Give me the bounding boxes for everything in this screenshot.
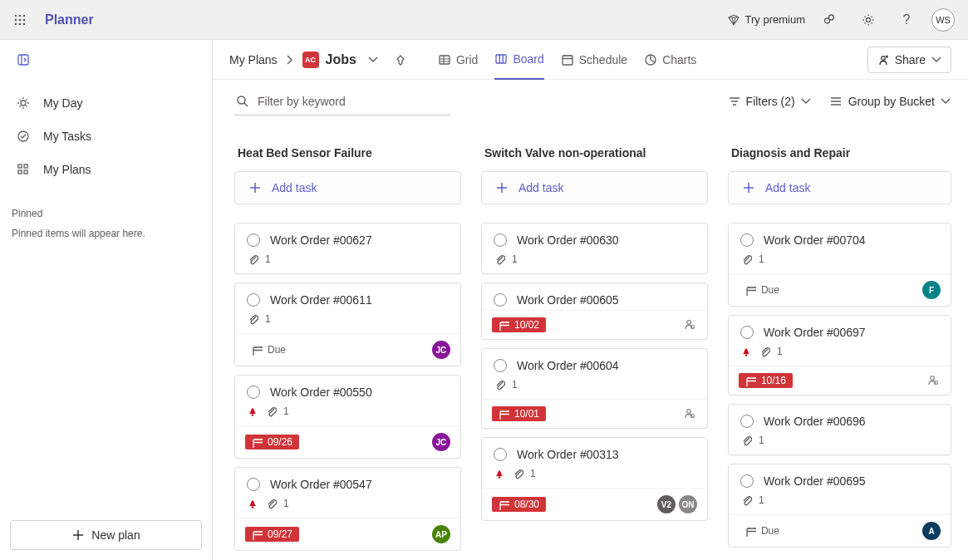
- pinned-section-header: Pinned: [10, 208, 202, 219]
- gear-icon: [862, 13, 875, 27]
- task-meta: 1: [235, 402, 460, 425]
- bucket-title[interactable]: Heat Bed Sensor Failure: [234, 146, 461, 160]
- status-circle[interactable]: [740, 415, 754, 428]
- attachment-count: 1: [777, 346, 783, 357]
- status-circle[interactable]: [494, 293, 507, 307]
- sidebar: My Day My Tasks My Plans Pinned Pinned i…: [0, 40, 213, 560]
- people-icon[interactable]: [682, 317, 697, 332]
- task-title: Work Order #00696: [764, 415, 866, 428]
- user-avatar[interactable]: WS: [931, 8, 955, 32]
- task-card[interactable]: Work Order #00547109/27AP: [234, 467, 461, 551]
- plan-menu-button[interactable]: [363, 50, 383, 70]
- filter-input[interactable]: [234, 88, 450, 115]
- view-switcher: Grid Board Schedule Charts: [438, 40, 696, 80]
- due-text: 10/02: [514, 319, 539, 331]
- add-task-button[interactable]: Add task: [234, 171, 461, 204]
- filters-button[interactable]: Filters (2): [728, 95, 812, 108]
- task-card[interactable]: Work Order #006271: [234, 223, 461, 274]
- collapse-icon: [17, 53, 30, 66]
- status-circle[interactable]: [247, 478, 260, 491]
- app-title: Planner: [45, 12, 94, 27]
- attachment-count: 1: [265, 253, 271, 265]
- task-footer: 10/02: [482, 310, 707, 339]
- task-meta: 1: [482, 250, 707, 273]
- add-task-button[interactable]: Add task: [481, 171, 708, 204]
- calendar-icon: [745, 376, 756, 386]
- view-grid[interactable]: Grid: [438, 40, 478, 80]
- task-title: Work Order #00604: [517, 359, 619, 372]
- task-footer: DueF: [729, 273, 951, 306]
- assignee-badge[interactable]: F: [922, 281, 941, 299]
- task-card[interactable]: Work Order #00550109/26JC: [234, 375, 461, 459]
- status-circle[interactable]: [740, 326, 754, 339]
- attachment-count: 1: [265, 313, 271, 325]
- main-content: My Plans AC Jobs Grid Board Schedul: [213, 40, 968, 560]
- assignee-badge[interactable]: AP: [432, 525, 450, 543]
- status-circle[interactable]: [740, 474, 754, 488]
- task-card[interactable]: Work Order #007041DueF: [728, 223, 951, 307]
- attachment-count: 1: [512, 253, 518, 265]
- chevron-down-icon: [940, 96, 951, 107]
- task-card[interactable]: Work Order #00313108/30V2ON: [481, 437, 708, 521]
- status-circle[interactable]: [247, 386, 260, 399]
- task-card[interactable]: Work Order #006301: [481, 223, 708, 274]
- bucket-title[interactable]: Switch Valve non-operational: [481, 146, 708, 160]
- help-button[interactable]: ?: [893, 7, 920, 33]
- status-circle[interactable]: [247, 233, 260, 247]
- try-premium-button[interactable]: Try premium: [727, 13, 805, 27]
- task-card[interactable]: Work Order #006951DueA: [728, 464, 951, 548]
- task-footer: 10/01: [482, 399, 707, 428]
- view-schedule[interactable]: Schedule: [561, 40, 627, 80]
- status-circle[interactable]: [247, 293, 260, 307]
- status-circle[interactable]: [494, 233, 507, 247]
- check-icon: [15, 130, 32, 143]
- bucket-title[interactable]: Diagnosis and Repair: [728, 146, 951, 160]
- assignees: [682, 406, 697, 421]
- sidebar-collapse-button[interactable]: [10, 47, 37, 73]
- new-plan-button[interactable]: New plan: [10, 520, 202, 550]
- due-text: Due: [761, 525, 779, 537]
- priority-icon: [247, 405, 258, 417]
- grid-icon: [438, 53, 451, 66]
- assignee-badge[interactable]: V2: [657, 495, 676, 513]
- pin-button[interactable]: [390, 50, 410, 70]
- share-button[interactable]: Share: [867, 47, 951, 73]
- task-card[interactable]: Work Order #006961: [728, 404, 951, 455]
- app-launcher-button[interactable]: [7, 7, 33, 33]
- status-circle[interactable]: [494, 448, 507, 461]
- attachment-count: 1: [512, 379, 518, 391]
- view-label: Schedule: [579, 53, 627, 66]
- group-icon: [830, 95, 843, 108]
- assignee-badge[interactable]: A: [922, 522, 941, 540]
- task-card[interactable]: Work Order #006111DueJC: [234, 282, 461, 366]
- status-circle[interactable]: [740, 233, 754, 247]
- people-icon[interactable]: [682, 406, 697, 421]
- add-task-button[interactable]: Add task: [728, 171, 951, 204]
- attachment-count: 1: [759, 494, 764, 506]
- settings-button[interactable]: [855, 7, 882, 33]
- task-card[interactable]: Work Order #0060510/02: [481, 282, 708, 340]
- assignees: AP: [432, 525, 450, 543]
- copilot-button[interactable]: [817, 7, 843, 33]
- task-card[interactable]: Work Order #00604110/01: [481, 348, 708, 429]
- calendar-icon: [745, 285, 756, 296]
- task-footer: 09/26JC: [235, 425, 460, 458]
- people-icon[interactable]: [926, 373, 941, 388]
- assignee-badge[interactable]: ON: [679, 495, 697, 513]
- assignee-badge[interactable]: JC: [432, 433, 450, 451]
- calendar-icon: [252, 437, 263, 448]
- sidebar-item-my-day[interactable]: My Day: [10, 86, 202, 120]
- attachment-icon: [740, 253, 752, 265]
- assignee-badge[interactable]: JC: [432, 341, 450, 359]
- view-charts[interactable]: Charts: [644, 40, 696, 80]
- attachment-count: 1: [759, 435, 764, 446]
- sidebar-item-my-tasks[interactable]: My Tasks: [10, 120, 202, 153]
- status-circle[interactable]: [494, 359, 507, 372]
- group-by-label: Group by Bucket: [848, 95, 935, 108]
- task-meta: 1: [235, 250, 460, 273]
- sidebar-item-my-plans[interactable]: My Plans: [10, 153, 202, 186]
- group-by-button[interactable]: Group by Bucket: [830, 95, 951, 108]
- task-card[interactable]: Work Order #00697110/16: [728, 315, 951, 395]
- breadcrumb-root[interactable]: My Plans: [229, 53, 278, 66]
- view-board[interactable]: Board: [494, 40, 543, 80]
